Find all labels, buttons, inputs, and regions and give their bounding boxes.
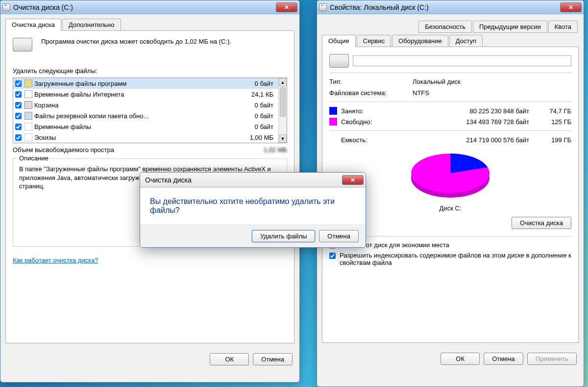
used-color-swatch	[329, 107, 337, 115]
drive-icon	[2, 3, 10, 11]
capacity-bytes: 214 719 000 576 байт	[390, 136, 537, 144]
close-icon[interactable]: ✕	[276, 2, 297, 12]
file-checkbox[interactable]	[15, 124, 22, 130]
confirm-title: Очистка диска	[142, 176, 342, 184]
folder-icon	[24, 79, 32, 87]
free-gb: 125 ГБ	[537, 118, 571, 126]
props-titlebar[interactable]: Свойства: Локальный диск (C:) ✕	[317, 0, 584, 14]
type-label: Тип:	[329, 78, 413, 85]
used-label: Занято:	[341, 107, 390, 115]
file-checkbox[interactable]	[15, 80, 22, 87]
cleanup-intro-text: Программа очистки диска может освободить…	[41, 38, 287, 61]
scroll-up-icon[interactable]: ▲	[279, 78, 287, 86]
cleanup-titlebar[interactable]: Очистка диска (C:) ✕	[0, 0, 299, 14]
list-item[interactable]: Эскизы 1,00 МБ	[13, 132, 278, 143]
files-to-delete-label: Удалить следующие файлы:	[13, 67, 287, 75]
file-checkbox[interactable]	[15, 91, 22, 98]
filesystem-value: NTFS	[413, 89, 429, 97]
filesystem-label: Файловая система:	[329, 89, 413, 97]
type-value: Локальный диск	[413, 78, 461, 85]
freed-space-value: 1,02 МБ	[248, 146, 287, 154]
file-list: Загруженные файлы программ 0 байт Времен…	[13, 77, 287, 143]
tab-general[interactable]: Общие	[322, 35, 356, 47]
tab-cleanup[interactable]: Очистка диска	[5, 19, 61, 31]
list-item[interactable]: Файлы резервной копии пакета обно... 0 б…	[13, 110, 278, 121]
list-item[interactable]: Корзина 0 байт	[13, 100, 278, 110]
file-checkbox[interactable]	[15, 113, 22, 119]
file-icon	[24, 123, 32, 130]
disk-cleanup-button[interactable]: Очистка диска	[512, 217, 571, 229]
cancel-button[interactable]: Отмена	[319, 230, 359, 242]
index-label: Разрешить индексировать содержимое файло…	[340, 252, 571, 266]
confirm-message: Вы действительно хотите необратимо удали…	[140, 187, 366, 225]
scroll-thumb[interactable]	[280, 87, 286, 117]
delete-files-button[interactable]: Удалить файлы	[252, 230, 315, 242]
tab-sharing[interactable]: Доступ	[449, 35, 483, 47]
free-color-swatch	[329, 118, 337, 126]
tab-quota[interactable]: Квота	[548, 21, 578, 33]
tab-hardware[interactable]: Оборудование	[392, 35, 448, 47]
usage-pie-chart	[401, 149, 499, 203]
freed-space-label: Объем высвобождаемого простра	[13, 146, 248, 154]
scrollbar[interactable]: ▲ ▼	[278, 78, 287, 143]
scroll-down-icon[interactable]: ▼	[279, 134, 287, 143]
file-icon	[24, 112, 32, 120]
tab-service[interactable]: Сервис	[357, 35, 392, 47]
recycle-bin-icon	[24, 101, 32, 109]
list-item[interactable]: Временные файлы 0 байт	[13, 121, 278, 132]
tab-security[interactable]: Безопасность	[418, 21, 472, 33]
list-item[interactable]: Временные файлы Интернета 24,1 КБ	[13, 89, 278, 100]
ok-button[interactable]: ОК	[210, 353, 249, 365]
help-link[interactable]: Как работает очистка диска?	[13, 257, 98, 264]
props-title: Свойства: Локальный диск (C:)	[330, 3, 560, 11]
list-item[interactable]: Загруженные файлы программ 0 байт	[13, 78, 278, 89]
capacity-gb: 199 ГБ	[537, 136, 571, 144]
drive-name-input[interactable]	[353, 55, 571, 66]
tab-additional[interactable]: Дополнительно	[62, 19, 121, 31]
file-checkbox[interactable]	[15, 134, 22, 141]
cancel-button[interactable]: Отмена	[484, 353, 523, 365]
capacity-label: Емкость:	[341, 136, 390, 144]
cleanup-large-icon	[13, 38, 36, 61]
used-bytes: 80 225 230 848 байт	[390, 107, 537, 115]
confirm-titlebar[interactable]: Очистка диска ✕	[140, 173, 366, 187]
confirm-dialog: Очистка диска ✕ Вы действительно хотите …	[140, 172, 366, 248]
ok-button[interactable]: ОК	[441, 353, 480, 365]
tab-prev-versions[interactable]: Предыдущие версии	[473, 21, 547, 33]
file-icon	[24, 133, 32, 141]
cancel-button[interactable]: Отмена	[253, 353, 293, 365]
file-icon	[24, 90, 32, 98]
apply-button[interactable]: Применить	[527, 353, 577, 365]
description-title: Описание	[17, 155, 50, 162]
drive-icon	[319, 3, 327, 11]
close-icon[interactable]: ✕	[560, 2, 582, 12]
file-checkbox[interactable]	[15, 102, 22, 108]
close-icon[interactable]: ✕	[342, 175, 364, 185]
used-gb: 74,7 ГБ	[537, 107, 571, 115]
cleanup-title: Очистка диска (C:)	[13, 3, 276, 11]
index-checkbox[interactable]	[329, 253, 336, 259]
drive-large-icon	[329, 54, 353, 68]
free-bytes: 134 493 769 728 байт	[390, 118, 537, 126]
free-label: Свободно:	[341, 118, 390, 126]
